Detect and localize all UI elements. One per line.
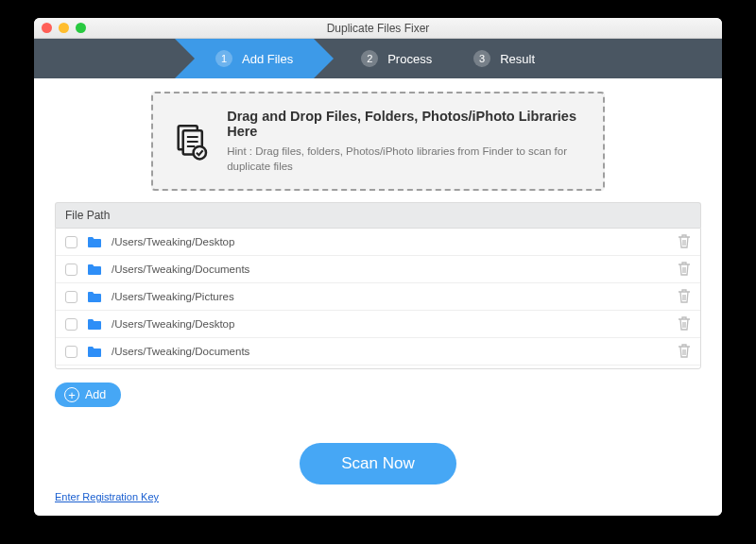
dropzone-hint: Hint : Drag files, folders, Photos/iPhot… — [227, 144, 584, 174]
window-controls — [42, 23, 86, 33]
file-list[interactable]: /Users/Tweaking/Desktop /Users/Tweaking/… — [55, 228, 701, 369]
dropzone-title: Drag and Drop Files, Folders, Photos/iPh… — [227, 109, 584, 139]
scan-now-button[interactable]: Scan Now — [300, 443, 455, 484]
folder-icon — [87, 291, 102, 303]
step-add-files[interactable]: 1 Add Files — [195, 39, 314, 78]
trash-icon[interactable] — [678, 289, 691, 304]
dropzone-text: Drag and Drop Files, Folders, Photos/iPh… — [227, 109, 584, 174]
add-button-label: Add — [85, 388, 106, 401]
list-item: /Users/Tweaking/Pictures — [56, 283, 700, 311]
dropzone[interactable]: Drag and Drop Files, Folders, Photos/iPh… — [151, 92, 605, 191]
row-checkbox[interactable] — [65, 236, 77, 248]
step-label: Result — [500, 52, 535, 66]
window-title: Duplicate Files Fixer — [34, 22, 722, 35]
documents-check-icon — [172, 120, 210, 163]
step-result[interactable]: 3 Result — [453, 39, 556, 78]
titlebar: Duplicate Files Fixer — [34, 18, 722, 39]
row-checkbox[interactable] — [65, 346, 77, 358]
step-number: 2 — [361, 50, 378, 67]
file-path: /Users/Tweaking/Desktop — [112, 236, 668, 247]
trash-icon[interactable] — [678, 344, 691, 359]
list-item: /Users/Tweaking/Documents — [56, 338, 700, 366]
minimize-icon[interactable] — [59, 23, 69, 33]
list-item: /Users/Tweaking/Desktop — [56, 311, 700, 338]
content-area: Drag and Drop Files, Folders, Photos/iPh… — [34, 78, 722, 516]
trash-icon[interactable] — [678, 316, 691, 332]
step-label: Process — [387, 52, 432, 66]
step-process[interactable]: 2 Process — [340, 39, 453, 78]
list-header: File Path — [55, 202, 701, 228]
list-item: /Users/Tweaking/Documents — [56, 256, 700, 283]
file-path: /Users/Tweaking/Pictures — [112, 291, 668, 302]
trash-icon[interactable] — [678, 262, 691, 277]
file-path: /Users/Tweaking/Documents — [112, 264, 668, 275]
trash-icon[interactable] — [678, 234, 691, 249]
file-path: /Users/Tweaking/Desktop — [112, 318, 668, 330]
row-checkbox[interactable] — [65, 264, 77, 276]
step-number: 1 — [215, 50, 232, 67]
add-button[interactable]: + Add — [55, 382, 121, 407]
registration-link[interactable]: Enter Registration Key — [55, 491, 159, 502]
folder-icon — [87, 346, 102, 358]
step-bar: 1 Add Files 2 Process 3 Result — [34, 39, 722, 78]
close-icon[interactable] — [42, 23, 52, 33]
folder-icon — [87, 236, 102, 248]
file-path: /Users/Tweaking/Documents — [112, 346, 668, 357]
folder-icon — [87, 318, 102, 331]
app-window: Duplicate Files Fixer 1 Add Files 2 Proc… — [34, 18, 722, 516]
step-number: 3 — [473, 50, 490, 67]
row-checkbox[interactable] — [65, 291, 77, 303]
zoom-icon[interactable] — [76, 23, 86, 33]
step-label: Add Files — [242, 52, 293, 66]
row-checkbox[interactable] — [65, 318, 77, 331]
folder-icon — [87, 264, 102, 276]
list-item: /Users/Tweaking/Desktop — [56, 229, 700, 256]
plus-icon: + — [64, 387, 79, 402]
